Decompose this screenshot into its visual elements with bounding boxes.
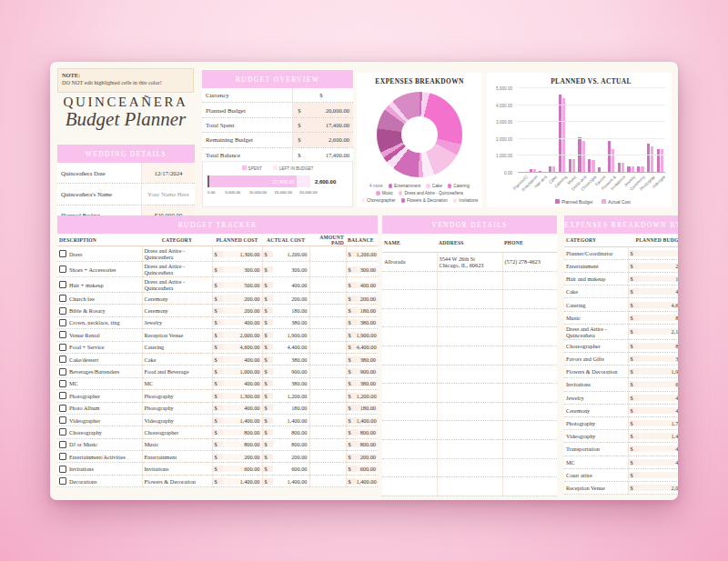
description-cell[interactable]: Church fee [57,293,142,305]
amount-paid-cell[interactable] [309,475,346,486]
amount-paid-cell[interactable] [309,316,346,328]
balance-cell[interactable]: $800.00 [346,438,378,450]
description-cell[interactable]: Shoes + Accessories [57,262,142,277]
description-cell[interactable]: Photographer [57,390,142,402]
vendor-address-cell[interactable] [437,327,502,346]
actual-cost-cell[interactable]: $380.00 [262,353,309,365]
donut-legend-item[interactable]: Choreographer [361,197,396,204]
row-checkbox[interactable] [59,477,66,485]
expense-category-cell[interactable]: Music [564,311,628,324]
actual-cost-cell[interactable]: $380.00 [262,377,309,389]
vendor-phone-cell[interactable] [502,384,557,403]
vendor-address-cell[interactable] [437,384,502,403]
expense-category-cell[interactable]: Videography [564,430,628,443]
expense-category-cell[interactable]: Cake [564,286,628,298]
actual-cost-cell[interactable]: $600.00 [262,463,309,475]
vendor-name-cell[interactable] [382,290,437,309]
category-cell[interactable]: Flowers & Decoration [142,475,212,486]
expense-planned-cell[interactable]: $1,900.00 [628,366,678,378]
row-checkbox[interactable] [59,416,66,424]
balance-cell[interactable]: $400.00 [346,277,378,293]
balance-cell[interactable]: $380.00 [346,377,378,389]
expense-category-cell[interactable]: Jewelry [564,391,628,404]
actual-cost-cell[interactable]: $4,400.00 [262,341,309,353]
donut-legend-item[interactable]: Dress and Attire - Quinceañera [399,190,463,196]
row-checkbox[interactable] [59,281,66,288]
donut-legend-item[interactable]: Catering [448,183,470,189]
vendor-phone-cell[interactable] [502,365,557,384]
expense-category-cell[interactable]: Photography [564,416,628,429]
vendor-name-cell[interactable] [382,271,437,290]
actual-cost-cell[interactable]: $180.00 [262,305,309,316]
planned-cost-cell[interactable]: $300.00 [212,262,262,277]
balance-cell[interactable]: $1,900.00 [346,329,378,341]
bar-legend-item[interactable]: Planned Budget [555,199,592,205]
vendor-address-cell[interactable] [437,271,502,290]
vendor-name-cell[interactable] [382,365,437,384]
expense-category-cell[interactable]: Entertainment [564,259,628,272]
row-checkbox[interactable] [59,392,66,399]
expense-planned-cell[interactable]: $400.00 [628,391,678,404]
vendor-address-cell[interactable] [437,346,502,366]
amount-paid-cell[interactable] [309,353,346,365]
expense-planned-cell[interactable]: $1,400.00 [628,430,678,443]
planned-cost-cell[interactable]: $400.00 [212,402,262,414]
balance-cell[interactable]: $900.00 [346,366,378,377]
row-checkbox[interactable] [59,331,66,338]
amount-paid-cell[interactable] [309,390,346,402]
description-cell[interactable]: Cake/dessert [57,353,142,365]
category-cell[interactable]: Music [142,438,212,450]
category-cell[interactable]: Reception Venue [142,329,212,341]
description-cell[interactable]: Crown, necklace, ring [57,316,142,328]
expense-planned-cell[interactable]: $4,600.00 [628,298,678,311]
vendor-phone-cell[interactable] [502,308,557,327]
vendor-address-cell[interactable] [437,421,502,440]
wedding-row-value[interactable]: Your Name Here [142,184,195,204]
vendor-name-cell[interactable] [382,346,437,366]
overview-row-value[interactable]: 20,000.00 [306,103,353,116]
vendor-name-cell[interactable] [382,421,437,440]
expense-planned-cell[interactable]: $0.00 [628,468,678,481]
vendor-phone-cell[interactable]: (572) 278-4623 [502,253,557,272]
description-cell[interactable]: Choreography [57,426,142,438]
amount-paid-cell[interactable] [309,366,346,377]
vendor-address-cell[interactable]: 3544 W 26th St Chicago, IL, 60623 [437,253,502,272]
description-cell[interactable]: Dress [57,246,142,262]
planned-cost-cell[interactable]: $1,400.00 [212,414,262,426]
category-cell[interactable]: Invitations [142,463,212,475]
expense-planned-cell[interactable]: $400.00 [628,443,678,456]
row-checkbox[interactable] [59,441,66,448]
amount-paid-cell[interactable] [309,426,346,438]
vendor-address-cell[interactable] [437,458,502,477]
amount-paid-cell[interactable] [309,451,346,463]
row-checkbox[interactable] [59,368,66,376]
planned-cost-cell[interactable]: $400.00 [212,353,262,365]
actual-cost-cell[interactable]: $1,400.00 [262,414,309,426]
vendor-name-cell[interactable] [382,440,437,459]
category-cell[interactable]: Catering [142,341,212,353]
actual-cost-cell[interactable]: $800.00 [262,438,309,450]
balance-cell[interactable]: $1,400.00 [346,414,378,426]
row-checkbox[interactable] [59,466,66,473]
vendor-phone-cell[interactable] [502,271,557,290]
vendor-phone-cell[interactable] [502,327,557,346]
vendor-name-cell[interactable] [382,402,437,421]
balance-cell[interactable]: $1,400.00 [346,475,378,486]
donut-legend-item[interactable]: Flowers & Decoration [401,197,448,204]
vendor-name-cell[interactable] [382,327,437,346]
expense-planned-cell[interactable]: $600.00 [628,378,678,391]
vendor-phone-cell[interactable] [502,477,557,496]
vendor-name-cell[interactable] [382,384,437,403]
amount-paid-cell[interactable] [309,329,346,341]
category-cell[interactable]: Jewelry [142,316,212,328]
planned-cost-cell[interactable]: $400.00 [212,316,262,328]
planned-cost-cell[interactable]: $200.00 [212,305,262,316]
expense-category-cell[interactable]: Favors and Gifts [564,353,628,366]
vendor-phone-cell[interactable] [502,421,557,440]
actual-cost-cell[interactable]: $380.00 [262,316,309,328]
balance-cell[interactable]: $1,200.00 [346,390,378,402]
description-cell[interactable]: Beverages/Bartenders [57,366,142,377]
vendor-name-cell[interactable] [382,308,437,327]
expense-category-cell[interactable]: MC [564,456,628,468]
expense-planned-cell[interactable]: $400.00 [628,286,678,298]
